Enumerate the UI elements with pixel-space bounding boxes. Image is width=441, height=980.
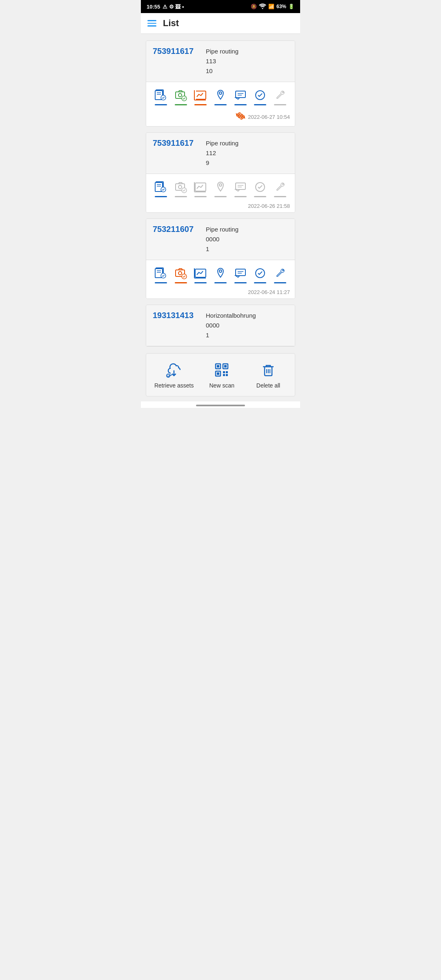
comment-blue-icon-3	[233, 266, 248, 281]
wrench-blue-icon-3	[273, 266, 287, 281]
page-title: List	[163, 18, 179, 29]
loc-gray-item-2	[212, 180, 229, 197]
svg-point-7	[178, 94, 182, 97]
card-line1-1: 113	[206, 56, 238, 66]
card-body-1	[146, 82, 295, 109]
delete-all-icon	[259, 361, 277, 379]
icon-bar-loc-1	[214, 104, 227, 105]
comment-gray-item-2	[232, 180, 249, 197]
list-item[interactable]: 193131413 Horizontalbohrung 0000 1	[146, 305, 295, 347]
svg-rect-58	[217, 372, 219, 375]
card-info-3: Pipe routing 0000 1	[206, 225, 238, 254]
card-line1-2: 112	[206, 148, 238, 158]
icon-bar-loc-2	[214, 196, 227, 197]
document-icon-2	[154, 180, 168, 194]
card-id-2: 753911617	[153, 138, 206, 148]
card-line2-3: 1	[206, 244, 238, 254]
svg-rect-56	[224, 365, 227, 368]
card-id-3: 753211607	[153, 225, 206, 234]
wrench-gray-icon-2	[273, 180, 287, 194]
hamburger-menu[interactable]	[147, 20, 156, 27]
battery-level: 63%	[276, 4, 286, 9]
svg-rect-60	[226, 371, 228, 373]
loc-blue-item-3	[212, 266, 229, 283]
icon-bar-comment-3	[234, 282, 247, 283]
card-header-3: 753211607 Pipe routing 0000 1	[146, 219, 295, 260]
icon-bar-chart-2	[194, 196, 207, 197]
icon-bar-settings-1	[254, 104, 266, 105]
svg-rect-61	[223, 374, 225, 376]
delete-all-button[interactable]: Delete all	[250, 361, 287, 389]
photo-gray-icon-2	[174, 180, 188, 194]
location-icon	[213, 88, 228, 102]
card-header-1: 753911617 Pipe routing 113 10	[146, 41, 295, 82]
settings-check-icon-item	[251, 88, 269, 105]
icon-bar-comment-2	[234, 196, 247, 197]
svg-rect-32	[236, 183, 245, 189]
svg-rect-14	[236, 91, 245, 98]
list-item[interactable]: 753211607 Pipe routing 0000 1	[146, 218, 295, 299]
card-timestamp-2: 2022-06-26 21:58	[248, 203, 290, 209]
card-header-2: 753911617 Pipe routing 112 9	[146, 133, 295, 174]
card-info-2: Pipe routing 112 9	[206, 138, 238, 168]
svg-point-0	[262, 8, 263, 9]
icon-bar-photo-2	[175, 196, 187, 197]
chart-icon	[193, 88, 208, 102]
home-indicator	[141, 401, 300, 408]
icon-bar-wrench-1	[274, 104, 286, 105]
svg-point-42	[178, 272, 182, 275]
svg-rect-59	[223, 371, 225, 373]
icon-row-3	[151, 264, 290, 284]
photo-check-icon-item	[172, 88, 190, 105]
card-timestamp-1: 2022-06-27 10:54	[248, 114, 290, 120]
icon-bar-photo-3	[175, 282, 187, 283]
svg-rect-54	[217, 365, 219, 368]
new-scan-icon	[213, 361, 231, 379]
photo-check-icon	[174, 88, 188, 102]
retrieve-assets-label: Retrieve assets	[154, 382, 194, 389]
status-bar: 10:55 ⚠ ⚙ 🖼 • 🔕 📶 63% 🔋	[141, 0, 300, 13]
settings-gray-item-2	[251, 180, 269, 197]
chart-blue-item-3	[192, 266, 209, 283]
new-scan-label: New scan	[209, 382, 234, 389]
card-line2-2: 9	[206, 158, 238, 168]
settings-check-icon	[253, 88, 267, 102]
icon-bar-comment-1	[234, 104, 247, 105]
card-line1-4: 0000	[206, 321, 256, 330]
card-line2-4: 1	[206, 330, 256, 340]
list-item[interactable]: 753911617 Pipe routing 112 9	[146, 132, 295, 213]
svg-rect-48	[236, 269, 245, 276]
document-icon-item-3	[152, 266, 170, 283]
loc-gray-icon-2	[213, 180, 228, 194]
icon-bar-settings-2	[254, 196, 266, 197]
icon-bar-doc-1	[155, 104, 167, 105]
delete-all-label: Delete all	[256, 382, 280, 389]
icon-bar-chart-3	[194, 282, 207, 283]
icon-bar-wrench-3	[274, 282, 286, 283]
icon-bar-photo-1	[175, 104, 187, 105]
document-icon-item-2	[152, 180, 170, 197]
card-type-3: Pipe routing	[206, 225, 238, 234]
chart-gray-icon-2	[193, 180, 208, 194]
photo-gray-item-2	[172, 180, 190, 197]
card-type-1: Pipe routing	[206, 47, 238, 56]
card-footer-3: 2022-06-24 11:27	[146, 287, 295, 298]
card-body-2	[146, 174, 295, 200]
chart-icon-item	[192, 88, 209, 105]
home-bar	[196, 405, 245, 406]
list-item[interactable]: 753911617 Pipe routing 113 10	[146, 40, 295, 127]
retrieve-assets-button[interactable]: Retrieve assets	[154, 361, 194, 389]
comment-icon-item	[232, 88, 249, 105]
icon-bar-doc-2	[155, 196, 167, 197]
status-right: 🔕 📶 63% 🔋	[251, 3, 294, 10]
comment-icon	[233, 88, 248, 102]
card-id-1: 753911617	[153, 47, 206, 56]
card-info-1: Pipe routing 113 10	[206, 47, 238, 76]
bottom-action-bar: Retrieve assets New scan	[146, 353, 295, 396]
icon-bar-wrench-2	[274, 196, 286, 197]
new-scan-button[interactable]: New scan	[203, 361, 240, 389]
card-header-4: 193131413 Horizontalbohrung 0000 1	[146, 305, 295, 346]
status-time: 10:55	[147, 4, 160, 10]
chart-gray-item-2	[192, 180, 209, 197]
comment-gray-icon-2	[233, 180, 248, 194]
